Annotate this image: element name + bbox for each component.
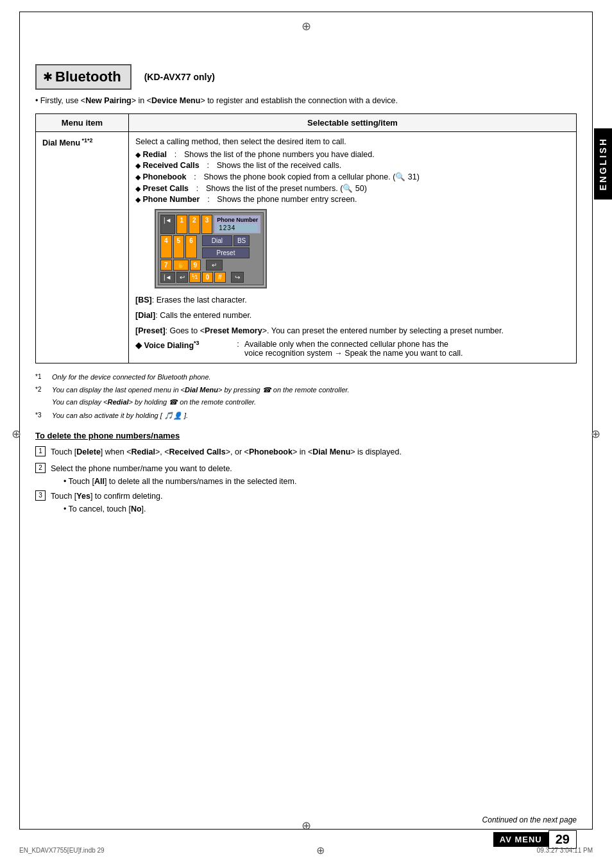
english-tab: ENGLISH — [594, 128, 612, 199]
dial-desc: [Dial]: Calls the entered number. — [135, 309, 570, 322]
reg-mark-top: ⊕ — [302, 19, 311, 33]
sub-item-phonebook: ◆ Phonebook : Shows the phone book copie… — [135, 172, 570, 181]
step-3-sub: • To cancel, touch [No]. — [64, 505, 162, 513]
step-num-1: 1 — [35, 446, 46, 456]
dial-menu-superscript: *1*2 — [80, 137, 93, 144]
footnote-1: *1 Only for the device connected for Blu… — [35, 371, 577, 383]
reg-mark-right: ⊕ — [591, 427, 600, 441]
diamond-icon: ◆ — [135, 173, 140, 181]
footnotes-section: *1 Only for the device connected for Blu… — [35, 371, 577, 422]
step-text-3: Touch [Yes] to confirm deleting. — [51, 492, 162, 501]
fn-mark-3: *3 — [35, 410, 49, 421]
fn-text-1: Only for the device connected for Blueto… — [52, 371, 211, 383]
step-num-3: 3 — [35, 490, 46, 501]
sub-item-preset: ◆ Preset Calls : Shows the list of the p… — [135, 183, 570, 193]
footnote-2: *2 You can display the last opened menu … — [35, 384, 577, 408]
fn-mark-2: *2 — [35, 384, 49, 395]
col-header-setting: Selectable setting/item — [129, 113, 577, 131]
fn-text-2: You can display the last opened menu in … — [52, 384, 350, 408]
sub-item-received: ◆ Received Calls : Shows the list of the… — [135, 161, 570, 170]
footnote-3: *3 You can also activate it by holding [… — [35, 410, 577, 422]
bs-desc: [BS]: Erases the last character. — [135, 294, 570, 306]
diamond-icon: ◆ — [135, 185, 140, 192]
delete-step-1: 1 Touch [Delete] when <Redial>, <Receive… — [35, 446, 577, 458]
bluetooth-title-box: ✱ Bluetooth — [35, 64, 132, 90]
setting-cell: Select a calling method, then select the… — [129, 131, 577, 363]
sub-item-redial: ◆ Redial : Shows the list of the phone n… — [135, 150, 570, 159]
step-text-2: Select the phone number/name you want to… — [51, 464, 232, 473]
top-border-line — [19, 12, 593, 12]
page: ⊕ ⊕ ⊕ ⊕ ENGLISH ✱ Bluetooth (KD-AVX77 on… — [0, 0, 612, 868]
left-border-line — [19, 12, 20, 830]
menu-item-cell: Dial Menu *1*2 — [36, 131, 129, 363]
main-content: ✱ Bluetooth (KD-AVX77 only) • Firstly, u… — [35, 64, 577, 817]
settings-table: Menu item Selectable setting/item Dial M… — [35, 113, 577, 363]
reg-mark-left: ⊕ — [12, 427, 21, 441]
dial-intro-text: Select a calling method, then select the… — [135, 137, 570, 146]
table-row-dial-menu: Dial Menu *1*2 Select a calling method, … — [36, 131, 577, 363]
delete-step-2: 2 Select the phone number/name you want … — [35, 462, 577, 486]
footer-reg-mark: ⊕ — [316, 844, 325, 856]
fn-text-3: You can also activate it by holding [ 🎵👤… — [52, 410, 188, 422]
delete-section: To delete the phone numbers/names 1 Touc… — [35, 431, 577, 513]
fn-mark-1: *1 — [35, 371, 49, 382]
step-num-2: 2 — [35, 463, 46, 473]
step-2-sub: • Touch [All] to delete all the numbers/… — [64, 477, 296, 486]
keypad-table: |◄ 1 2 3 Phone Number 1234 — [155, 209, 267, 288]
delete-section-title: To delete the phone numbers/names — [35, 431, 577, 440]
keypad-area: |◄ 1 2 3 Phone Number 1234 — [155, 209, 570, 288]
diamond-icon: ◆ — [135, 151, 140, 158]
bottom-border-line — [19, 829, 593, 830]
dial-menu-label: Dial Menu — [42, 138, 80, 147]
diamond-icon: ◆ — [135, 162, 140, 169]
voice-label: ◆ Voice Dialing*3 — [135, 340, 232, 358]
section-title: Bluetooth — [55, 69, 121, 85]
preset-desc: [Preset]: Goes to <Preset Memory>. You c… — [135, 324, 570, 337]
diamond-icon: ◆ — [135, 196, 140, 203]
voice-desc: Available only when the connected cellul… — [244, 340, 570, 358]
bluetooth-icon: ✱ — [43, 70, 53, 84]
sub-item-phone-number: ◆ Phone Number : Shows the phone number … — [135, 195, 570, 204]
reg-mark-bottom: ⊕ — [302, 819, 311, 833]
intro-paragraph: • Firstly, use <New Pairing> in <Device … — [35, 95, 577, 107]
footer-date: 09.3.27 3:04:11 PM — [537, 847, 593, 854]
step-text-1: Touch [Delete] when <Redial>, <Received … — [51, 446, 577, 458]
col-header-menu: Menu item — [36, 113, 129, 131]
kd-only-label: (KD-AVX77 only) — [144, 72, 215, 82]
continued-label: Continued on the next page — [482, 815, 577, 824]
voice-row: ◆ Voice Dialing*3 : Available only when … — [135, 340, 570, 358]
footer-bar: EN_KDAVX7755[EU]f.indb 29 ⊕ 09.3.27 3:04… — [19, 844, 593, 856]
section-header: ✱ Bluetooth (KD-AVX77 only) — [35, 64, 577, 90]
right-border-line — [592, 12, 593, 830]
delete-step-3: 3 Touch [Yes] to confirm deleting. • To … — [35, 490, 577, 513]
footer-file: EN_KDAVX7755[EU]f.indb 29 — [19, 847, 105, 854]
